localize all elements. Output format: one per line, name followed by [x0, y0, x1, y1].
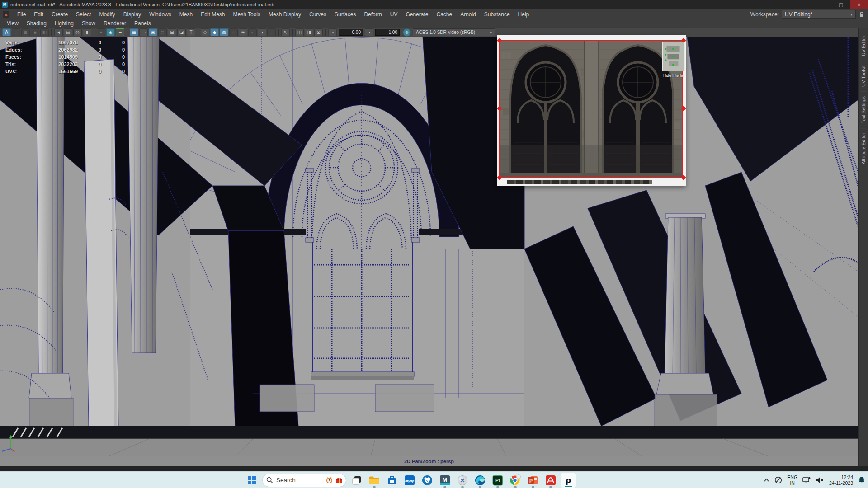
xray-joints-toggle-icon[interactable]: ◨: [305, 28, 313, 36]
film-gate-icon[interactable]: ▭: [139, 28, 148, 36]
menu-select[interactable]: Select: [72, 9, 95, 19]
shaded-display-icon[interactable]: ◆: [210, 28, 219, 36]
camera-lock-icon[interactable]: ▤: [64, 28, 72, 36]
menu-edit-mesh[interactable]: Edit Mesh: [197, 9, 229, 19]
network-icon[interactable]: [802, 477, 811, 484]
menu-help[interactable]: Help: [514, 9, 533, 19]
taskbar-app-acrobat[interactable]: [543, 473, 558, 488]
isolate-select-icon[interactable]: ▰: [116, 28, 124, 36]
menu-modify[interactable]: Modify: [95, 9, 119, 19]
minimize-button[interactable]: —: [814, 0, 832, 9]
menu-edit[interactable]: Edit: [30, 9, 47, 19]
occlusion-toggle-icon[interactable]: ◑: [258, 28, 266, 36]
paint-select-tool-icon[interactable]: ◙: [21, 28, 30, 36]
maximize-button[interactable]: ▢: [832, 0, 850, 9]
taskbar-app-edge[interactable]: [472, 473, 488, 488]
panel-menu-renderer[interactable]: Renderer: [99, 19, 130, 28]
lighting-toggle-icon[interactable]: ☀: [239, 28, 247, 36]
menu-cache[interactable]: Cache: [432, 9, 456, 19]
search-input[interactable]: Search: [262, 474, 346, 487]
view-bookmark-icon[interactable]: ▮: [83, 28, 91, 36]
menu-windows[interactable]: Windows: [145, 9, 175, 19]
select-component-mode-icon[interactable]: ◧: [40, 28, 49, 36]
pureref-reference-window[interactable]: Hide Interfa: [497, 35, 686, 186]
exposure-icon[interactable]: ◔: [328, 28, 337, 36]
lock-icon[interactable]: [859, 11, 864, 18]
viewport-canvas[interactable]: z: [0, 37, 858, 456]
grid-toggle-icon[interactable]: ▦: [130, 28, 138, 36]
menu-curves[interactable]: Curves: [305, 9, 330, 19]
workspace-dropdown[interactable]: UV Editing* ▾: [782, 10, 856, 19]
menu-mesh-tools[interactable]: Mesh Tools: [229, 9, 264, 19]
panel-menu-lighting[interactable]: Lighting: [51, 19, 78, 28]
soft-select-icon[interactable]: ◈: [106, 28, 115, 36]
field-chart-icon[interactable]: ⊞: [168, 28, 176, 36]
panel-menu-shading[interactable]: Shading: [23, 19, 51, 28]
menu-generate[interactable]: Generate: [401, 9, 432, 19]
taskbar-app-pureref[interactable]: ρ: [561, 473, 576, 488]
tray-chevron-up-icon[interactable]: [764, 478, 769, 482]
gate-mask-icon[interactable]: □: [158, 28, 167, 36]
resolution-gate-icon[interactable]: ◉: [149, 28, 157, 36]
onedrive-paused-icon[interactable]: [774, 476, 782, 484]
taskbar-app-substance-painter[interactable]: Pt: [490, 473, 505, 488]
taskbar-app-microsoft-store[interactable]: [384, 473, 400, 488]
clock[interactable]: 12:24 24-11-2023: [829, 474, 853, 486]
reference-thumbnail[interactable]: [662, 42, 685, 71]
taskbar-app-fox-app[interactable]: [420, 473, 435, 488]
dock-tab-attribute-editor[interactable]: Attribute Editor: [861, 128, 866, 169]
crop-region-icon[interactable]: ⊠: [314, 28, 323, 36]
gamma-field[interactable]: 1.00: [375, 29, 400, 36]
notification-bell-icon[interactable]: [858, 476, 865, 484]
start-button[interactable]: [244, 474, 259, 487]
select-tool-icon[interactable]: A: [2, 28, 11, 36]
menu-mesh[interactable]: Mesh: [175, 9, 197, 19]
use-default-material-icon[interactable]: ◌: [229, 28, 238, 36]
menu-file[interactable]: File: [13, 9, 30, 19]
image-plane-icon[interactable]: ◪: [177, 28, 186, 36]
motion-blur-toggle-icon[interactable]: ◒: [267, 28, 276, 36]
taskbar-app-maya[interactable]: M: [437, 473, 453, 488]
menu-arnold[interactable]: Arnold: [456, 9, 480, 19]
textured-display-icon[interactable]: ◍: [220, 28, 228, 36]
menu-deform[interactable]: Deform: [360, 9, 386, 19]
dock-tab-tool-settings[interactable]: Tool Settings: [861, 91, 866, 128]
menu-mesh-display[interactable]: Mesh Display: [264, 9, 305, 19]
close-button[interactable]: ×: [850, 0, 868, 9]
taskbar-app-chrome[interactable]: [508, 473, 523, 488]
menu-surfaces[interactable]: Surfaces: [330, 9, 360, 19]
taskbar-app-file-explorer[interactable]: [367, 473, 382, 488]
taskbar-app-powerpoint[interactable]: P: [525, 473, 541, 488]
dock-tab-uv-editor[interactable]: UV Editor: [861, 31, 866, 61]
camera-prev-view-icon[interactable]: ◄: [54, 28, 63, 36]
safe-title-icon[interactable]: T: [187, 28, 195, 36]
xray-toggle-icon[interactable]: ◫: [295, 28, 304, 36]
panel-menu-view[interactable]: View: [3, 19, 23, 28]
exposure-field[interactable]: 0.00: [339, 29, 363, 36]
menu-substance[interactable]: Substance: [480, 9, 514, 19]
next-reference-strip[interactable]: [507, 180, 652, 184]
menu-display[interactable]: Display: [119, 9, 145, 19]
pureref-selection-frame[interactable]: [499, 40, 683, 178]
hide-interface-label[interactable]: Hide Interfa: [663, 73, 683, 78]
menu-create[interactable]: Create: [47, 9, 72, 19]
language-indicator[interactable]: ENG IN: [787, 474, 797, 485]
lasso-select-tool-icon[interactable]: ◌: [12, 28, 20, 36]
view-transform-toggle[interactable]: ◍: [403, 28, 411, 37]
taskbar-app-task-view[interactable]: [349, 473, 364, 488]
dock-tab-uv-toolkit[interactable]: UV Toolkit: [861, 61, 866, 91]
axis-orientation-icon[interactable]: +: [97, 28, 105, 36]
select-object-mode-icon[interactable]: ■: [31, 28, 39, 36]
camera-orbit-icon[interactable]: ◎: [73, 28, 82, 36]
panel-menu-panels[interactable]: Panels: [130, 19, 155, 28]
panel-menu-show[interactable]: Show: [78, 19, 99, 28]
taskbar-app-grey-sphere-app[interactable]: [455, 473, 470, 488]
menu-uv[interactable]: UV: [386, 9, 402, 19]
wireframe-display-icon[interactable]: ◇: [201, 28, 209, 36]
colorspace-dropdown[interactable]: ACES 1.0 SDR-video (sRGB) ▾: [413, 28, 495, 36]
taskbar-app-myhp[interactable]: myhp: [402, 473, 417, 488]
select-cursor-icon[interactable]: ↖: [281, 28, 290, 36]
gamma-icon[interactable]: ◕: [365, 28, 373, 36]
volume-muted-icon[interactable]: [816, 477, 824, 483]
shadows-toggle-icon[interactable]: ◐: [248, 28, 257, 36]
